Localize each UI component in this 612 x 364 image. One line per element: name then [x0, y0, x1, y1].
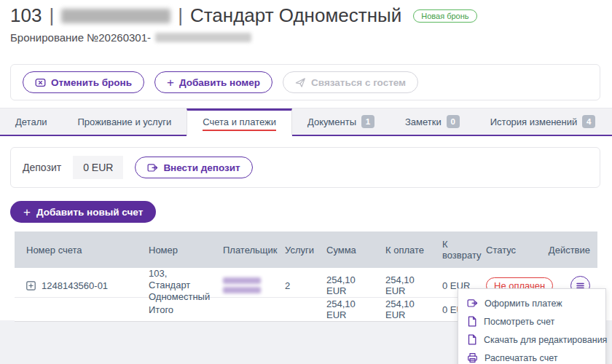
add-invoice-label: Добавить новый счет	[36, 207, 143, 218]
add-deposit-button[interactable]: Внести депозит	[135, 157, 252, 178]
title-divider: |	[49, 4, 54, 27]
booking-actions-bar: Отменить бронь + Добавить номер Связатьс…	[10, 64, 600, 100]
deposit-panel: Депозит 0 EUR Внести депозит	[10, 147, 600, 188]
tab-label: Заметки	[405, 116, 442, 127]
card-arrow-icon	[147, 162, 158, 173]
tab-count-badge: 4	[582, 115, 595, 128]
tab-invoices-payments[interactable]: Счета и платежи	[187, 108, 292, 136]
page-header: 103 | | Стандарт Одноместный Новая бронь…	[10, 4, 477, 44]
menu-item-label: Оформить платеж	[484, 298, 562, 309]
tab-change-history[interactable]: История изменений 4	[475, 108, 611, 135]
expand-row-icon[interactable]	[26, 281, 36, 290]
col-amount: Сумма	[315, 232, 374, 268]
paper-plane-icon	[295, 77, 306, 88]
menu-item-label: Распечатать счет	[484, 353, 557, 363]
tab-label: Детали	[15, 116, 47, 127]
col-invoice-number: Номер счета	[15, 232, 137, 268]
menu-item-print-invoice[interactable]: Распечатать счет	[458, 349, 605, 364]
printer-icon	[467, 352, 478, 363]
room-number: 103	[10, 4, 42, 27]
room-type: Стандарт Одноместный	[190, 4, 401, 27]
title-divider: |	[178, 4, 183, 27]
add-room-button[interactable]: + Добавить номер	[154, 71, 272, 93]
new-booking-badge: Новая бронь	[413, 9, 476, 23]
x-square-icon	[35, 77, 46, 88]
total-label: Итого	[137, 298, 211, 321]
tab-label: История изменений	[490, 116, 578, 127]
deposit-amount: 0 EUR	[73, 156, 123, 179]
tab-label: Счета и платежи	[203, 115, 276, 131]
tab-count-badge: 1	[361, 115, 374, 128]
tab-count-badge: 0	[447, 115, 460, 128]
col-payer: Плательщик	[211, 232, 273, 268]
page-title: 103 | | Стандарт Одноместный Новая бронь	[10, 4, 477, 27]
col-to-pay: К оплате	[374, 232, 431, 268]
document-icon	[467, 334, 477, 345]
add-invoice-button[interactable]: + Добавить новый счет	[10, 201, 156, 223]
contact-guest-button[interactable]: Связаться с гостем	[283, 71, 418, 93]
table-header-row: Номер счета Номер Плательщик Услуги Сумм…	[15, 232, 597, 268]
invoice-actions-menu: Оформить платеж Посмотреть счет Скачать …	[458, 288, 606, 364]
tab-label: Проживание и услуги	[78, 116, 172, 127]
booking-number-prefix: Бронирование №20260301-	[10, 31, 151, 44]
tab-notes[interactable]: Заметки 0	[390, 108, 475, 135]
col-action: Действие	[536, 232, 597, 268]
menu-item-make-payment[interactable]: Оформить платеж	[458, 294, 605, 312]
menu-item-label: Посмотреть счет	[484, 317, 554, 327]
invoice-number: 1248143560-01	[42, 280, 108, 291]
total-to-pay: 254,10 EUR	[374, 298, 431, 321]
tab-details[interactable]: Детали	[0, 108, 63, 135]
payment-card-arrow-icon	[467, 298, 478, 309]
tab-stay-and-services[interactable]: Проживание и услуги	[63, 108, 187, 135]
contact-guest-label: Связаться с гостем	[311, 77, 406, 88]
booking-number: Бронирование №20260301-	[10, 31, 477, 44]
add-room-label: Добавить номер	[179, 77, 260, 88]
booking-tabs: Детали Проживание и услуги Счета и плате…	[0, 108, 612, 136]
total-amount: 254,10 EUR	[315, 298, 374, 321]
menu-item-view-invoice[interactable]: Посмотреть счет	[458, 312, 605, 331]
cancel-booking-label: Отменить бронь	[51, 77, 132, 88]
redacted-guest-name	[61, 9, 170, 23]
col-room: Номер	[137, 232, 211, 268]
add-deposit-label: Внести депозит	[163, 162, 240, 173]
deposit-label: Депозит	[23, 162, 61, 173]
tab-label: Документы	[307, 116, 356, 127]
cancel-booking-button[interactable]: Отменить бронь	[23, 71, 144, 93]
plus-icon: +	[23, 206, 31, 218]
menu-item-label: Скачать для редактирования	[484, 335, 607, 345]
redacted-booking-suffix	[155, 33, 251, 42]
col-services: Услуги	[273, 232, 315, 268]
col-status: Статус	[474, 232, 536, 268]
col-to-refund: К возврату	[431, 232, 474, 268]
menu-item-download-for-edit[interactable]: Скачать для редактирования	[458, 331, 605, 349]
plus-icon: +	[167, 76, 174, 89]
tab-documents[interactable]: Документы 1	[292, 108, 390, 135]
document-icon	[467, 316, 477, 327]
